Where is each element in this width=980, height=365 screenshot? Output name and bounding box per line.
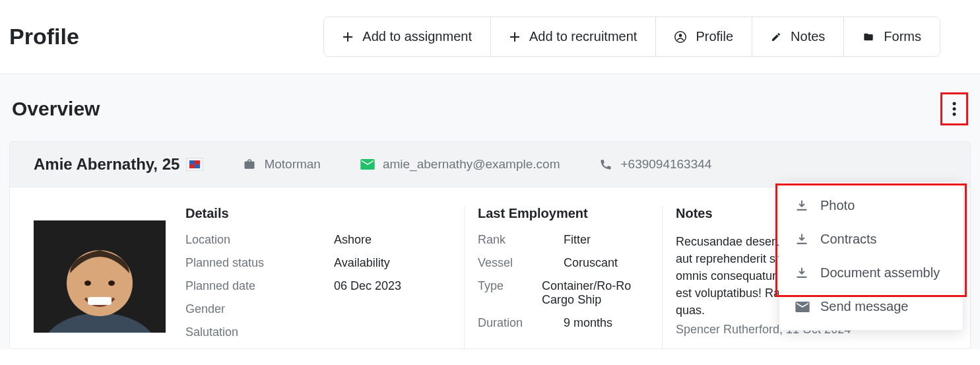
profile-button[interactable]: Profile: [656, 17, 752, 56]
action-label: Forms: [884, 29, 921, 44]
value-planned-status: Availability: [334, 256, 390, 270]
plus-icon: [343, 32, 353, 42]
notes-button[interactable]: Notes: [752, 17, 844, 56]
label-planned-date: Planned date: [185, 279, 334, 293]
value-rank: Fitter: [564, 233, 591, 247]
action-label: Notes: [791, 29, 825, 44]
more-menu-button[interactable]: [940, 92, 968, 125]
menu-item-send-message[interactable]: Send message: [779, 290, 963, 323]
role-text: Motorman: [264, 157, 321, 172]
action-label: Add to recruitment: [529, 29, 637, 44]
card-header: Amie Abernathy, 25 Motorman amie_abernat…: [10, 142, 970, 187]
download-icon: [795, 267, 810, 280]
employment-heading: Last Employment: [478, 206, 655, 221]
details-heading: Details: [185, 206, 451, 221]
add-to-recruitment-button[interactable]: Add to recruitment: [491, 17, 656, 56]
action-bar: Add to assignment Add to recruitment Pro…: [323, 17, 940, 57]
profile-card: Amie Abernathy, 25 Motorman amie_abernat…: [9, 141, 971, 349]
plus-icon: [509, 32, 520, 42]
email-text: amie_abernathy@example.com: [383, 157, 560, 172]
value-location: Ashore: [334, 233, 372, 247]
add-to-assignment-button[interactable]: Add to assignment: [324, 17, 491, 56]
employment-section: Last Employment RankFitter VesselCorusca…: [478, 206, 663, 348]
action-label: Add to assignment: [362, 29, 472, 44]
menu-item-label: Contracts: [820, 232, 877, 247]
download-icon: [795, 199, 810, 213]
avatar: [34, 220, 166, 333]
svg-point-1: [679, 34, 682, 37]
menu-item-document-assembly[interactable]: Document assembly: [779, 256, 963, 290]
menu-item-contracts[interactable]: Contracts: [779, 222, 963, 256]
details-section: Details LocationAshore Planned statusAva…: [185, 206, 465, 348]
label-type: Type: [478, 279, 542, 307]
svg-point-3: [953, 108, 956, 111]
page-title: Profile: [9, 24, 79, 50]
envelope-icon: [360, 159, 375, 170]
label-rank: Rank: [478, 233, 564, 247]
value-planned-date: 06 Dec 2023: [334, 279, 401, 293]
person-name-age: Amie Abernathy, 25: [34, 155, 203, 174]
envelope-icon: [795, 302, 810, 312]
user-circle-icon: [674, 31, 686, 43]
forms-button[interactable]: Forms: [844, 17, 940, 56]
label-salutation: Salutation: [185, 325, 334, 339]
svg-point-2: [953, 102, 956, 106]
svg-rect-11: [88, 297, 112, 305]
svg-point-4: [953, 113, 956, 116]
svg-point-10: [108, 281, 115, 286]
download-icon: [795, 233, 810, 246]
label-duration: Duration: [478, 316, 564, 330]
menu-item-photo[interactable]: Photo: [779, 189, 963, 222]
flag-icon: [186, 158, 203, 171]
value-vessel: Coruscant: [564, 256, 618, 270]
label-planned-status: Planned status: [185, 256, 334, 270]
value-duration: 9 months: [564, 316, 612, 330]
more-vertical-icon: [952, 101, 956, 117]
menu-item-label: Photo: [820, 198, 855, 213]
label-location: Location: [185, 233, 334, 247]
phone-text: +639094163344: [620, 157, 711, 172]
overview-title: Overview: [12, 98, 100, 120]
svg-point-9: [84, 281, 91, 286]
label-gender: Gender: [185, 302, 334, 316]
label-vessel: Vessel: [478, 256, 564, 270]
email-item[interactable]: amie_abernathy@example.com: [360, 157, 560, 172]
pencil-icon: [771, 32, 781, 42]
menu-item-label: Send message: [820, 299, 908, 314]
name-text: Amie Abernathy, 25: [34, 155, 180, 174]
value-type: Container/Ro-Ro Cargo Ship: [542, 279, 655, 307]
folder-icon: [863, 32, 874, 42]
phone-icon: [599, 158, 612, 171]
menu-item-label: Document assembly: [820, 265, 940, 281]
action-label: Profile: [696, 29, 733, 44]
briefcase-icon: [243, 158, 256, 170]
role-item: Motorman: [243, 157, 321, 172]
phone-item[interactable]: +639094163344: [599, 157, 711, 172]
more-menu-dropdown: Photo Contracts Document assembly Send m…: [779, 182, 964, 331]
